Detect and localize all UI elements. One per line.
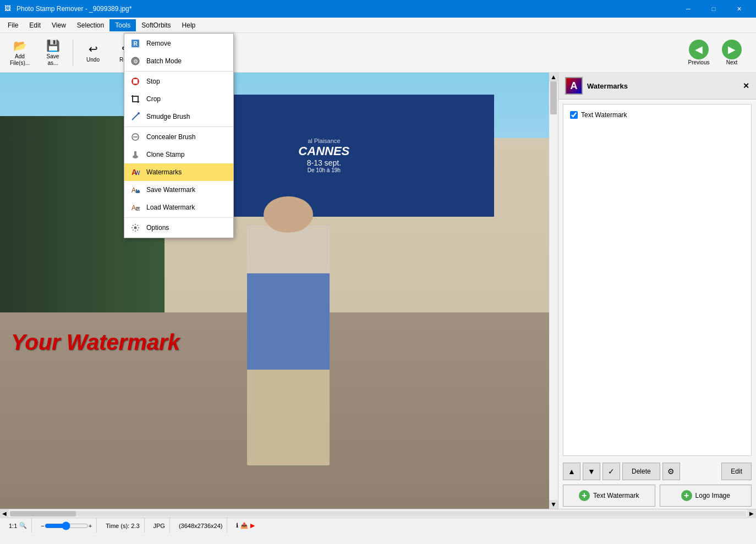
svg-point-16	[134, 227, 137, 229]
toolbar: 📂 AddFile(s)... 💾 Saveas... ↩ Undo ↪ Red…	[0, 33, 756, 73]
vscroll-track	[549, 81, 558, 500]
stop-icon	[130, 76, 141, 87]
svg-text:R: R	[133, 41, 138, 47]
undo-button[interactable]: ↩ Undo	[78, 35, 108, 70]
toolbar-separator-1	[73, 40, 73, 66]
watermark-text-overlay: Your Watermark	[11, 330, 180, 355]
menu-selection[interactable]: Selection	[72, 19, 109, 31]
add-text-watermark-button[interactable]: + Text Watermark	[563, 485, 655, 507]
action-btn-2[interactable]: ▼	[583, 463, 600, 480]
svg-rect-9	[134, 151, 136, 156]
menu-edit[interactable]: Edit	[24, 19, 46, 31]
smudge-brush-label: Smudge Brush	[146, 113, 190, 120]
vscroll-thumb[interactable]	[550, 81, 557, 114]
add-files-button[interactable]: 📂 AddFile(s)...	[4, 35, 35, 70]
toolbox-watermark-icon: A	[565, 77, 583, 95]
save-as-icon: 💾	[46, 39, 60, 52]
save-as-button[interactable]: 💾 Saveas...	[37, 35, 68, 70]
batch-mode-label: Batch Mode	[146, 57, 182, 65]
share-icon[interactable]: 📤	[240, 522, 248, 529]
zoom-slider[interactable]	[45, 521, 89, 530]
action-btn-1[interactable]: ▲	[563, 463, 580, 480]
info-icon[interactable]: ℹ	[236, 522, 238, 529]
nav-buttons: ◀ Previous ▶ Next	[683, 37, 752, 68]
add-text-icon: +	[579, 490, 590, 501]
banner-line1: al Plaisance	[308, 138, 340, 144]
hscroll-right-button[interactable]: ▶	[747, 509, 756, 518]
menu-smudge-brush[interactable]: Smudge Brush	[124, 108, 233, 125]
svg-text:A: A	[132, 186, 136, 194]
toolbox-panel: A Watermarks ✕ Text Watermark ▲ ▼ ✓ Dele…	[558, 73, 756, 509]
menu-options[interactable]: Options	[124, 219, 233, 237]
menu-sep-2	[124, 127, 233, 127]
maximize-button[interactable]: □	[701, 0, 726, 18]
menu-view[interactable]: View	[46, 19, 72, 31]
remove-icon: R	[130, 38, 141, 49]
text-watermark-checkbox[interactable]	[570, 111, 578, 119]
close-button[interactable]: ✕	[726, 0, 752, 18]
vscroll-up-button[interactable]: ▲	[549, 73, 558, 81]
add-logo-image-button[interactable]: + Logo Image	[660, 485, 752, 507]
menu-sep-1	[124, 71, 233, 72]
format-status: JPG	[149, 518, 170, 533]
crop-label: Crop	[146, 95, 161, 103]
svg-rect-5	[133, 79, 138, 84]
add-text-label: Text Watermark	[593, 492, 639, 499]
status-bar: 1:1 🔍 − + Time (s): 2.3 JPG (3648x2736x2…	[0, 518, 756, 533]
zoom-plus-icon[interactable]: +	[89, 523, 92, 529]
time-label: Time (s): 2.3	[106, 523, 139, 529]
crop-icon	[130, 94, 141, 105]
zoom-slider-area: − +	[36, 518, 97, 533]
hscroll-left-button[interactable]: ◀	[0, 509, 9, 518]
next-label: Next	[726, 59, 738, 65]
action-btn-3[interactable]: ✓	[602, 463, 620, 480]
image-container: al Plaisance CANNES 8-13 sept. De 10h à …	[0, 73, 549, 509]
concealer-brush-label: Concealer Brush	[146, 133, 195, 141]
menu-batch-mode[interactable]: ⚙ Batch Mode	[124, 52, 233, 70]
svg-text:W: W	[135, 170, 140, 176]
previous-button[interactable]: ◀ Previous	[683, 37, 714, 68]
menu-help[interactable]: Help	[177, 19, 201, 31]
previous-label: Previous	[688, 59, 710, 65]
action-btn-settings[interactable]: ⚙	[662, 463, 680, 480]
undo-label: Undo	[86, 57, 100, 63]
next-button[interactable]: ▶ Next	[716, 37, 747, 68]
dimensions-label: (3648x2736x24)	[179, 523, 223, 529]
toolbox-watermark-list: Text Watermark	[563, 104, 752, 456]
menu-remove[interactable]: R Remove	[124, 35, 233, 52]
edit-button[interactable]: Edit	[721, 463, 752, 480]
zoom-indicator: 1:1 🔍	[4, 518, 32, 533]
minimize-button[interactable]: ─	[676, 0, 701, 18]
text-watermark-label: Text Watermark	[581, 111, 627, 119]
menu-file[interactable]: File	[2, 19, 24, 31]
menu-load-watermark[interactable]: A Load Watermark	[124, 199, 233, 216]
svg-point-6	[138, 112, 140, 114]
title-bar: 🖼 Photo Stamp Remover - _9099389.jpg* ─ …	[0, 0, 756, 18]
menu-tools[interactable]: Tools	[109, 19, 136, 31]
toolbox-close-icon[interactable]: ✕	[743, 81, 749, 90]
menu-save-watermark[interactable]: A Save Watermark	[124, 181, 233, 199]
add-files-label: AddFile(s)...	[10, 53, 30, 67]
menu-crop[interactable]: Crop	[124, 90, 233, 108]
banner-line3: 8-13 sept.	[307, 158, 341, 167]
save-watermark-icon: A	[130, 184, 141, 195]
menu-watermarks[interactable]: AW Watermarks	[124, 163, 233, 181]
toolbox-header: A Watermarks ✕	[558, 73, 756, 100]
hscroll-thumb[interactable]	[10, 511, 76, 516]
vscroll-down-button[interactable]: ▼	[549, 500, 558, 509]
info-icons: ℹ 📤 ▶	[232, 518, 259, 533]
add-watermark-buttons: + Text Watermark + Logo Image	[558, 482, 756, 509]
tools-dropdown-menu: R Remove ⚙ Batch Mode Stop Crop Smudge B…	[124, 33, 234, 238]
menu-sep-3	[124, 217, 233, 218]
toolbox-title-row: A Watermarks	[565, 77, 628, 95]
svg-text:⚙: ⚙	[133, 58, 138, 64]
time-status: Time (s): 2.3	[101, 518, 144, 533]
menu-stop[interactable]: Stop	[124, 73, 233, 90]
menu-clone-stamp[interactable]: Clone Stamp	[124, 146, 233, 163]
add-logo-label: Logo Image	[695, 492, 730, 499]
delete-button[interactable]: Delete	[622, 463, 660, 480]
menu-softorbits[interactable]: SoftOrbits	[136, 19, 176, 31]
youtube-icon[interactable]: ▶	[250, 522, 255, 529]
svg-text:A: A	[132, 204, 136, 212]
menu-concealer-brush[interactable]: Concealer Brush	[124, 128, 233, 146]
